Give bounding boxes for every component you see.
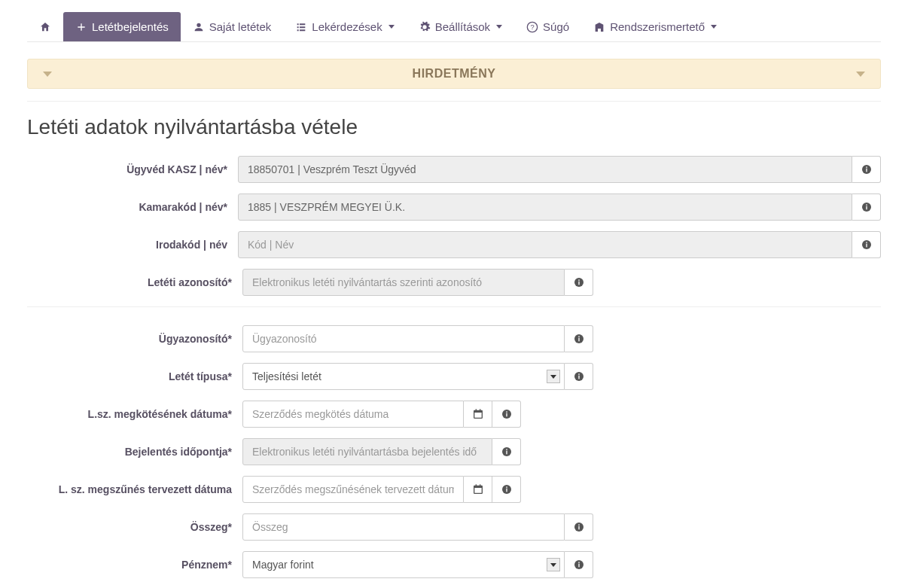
svg-rect-25 [506, 413, 507, 417]
svg-rect-35 [506, 489, 507, 492]
svg-rect-31 [474, 486, 482, 488]
label-leteti-azonosito: Letéti azonosító* [27, 276, 242, 288]
label-lsz-megszunes: L. sz. megszűnés tervezett dátuma [27, 483, 242, 495]
svg-rect-41 [578, 564, 579, 568]
label-bejelentes-ido: Bejelentés időpontja* [27, 446, 242, 458]
label-irodakod: Irodakód | név [27, 239, 238, 251]
info-icon [573, 333, 585, 345]
svg-text:?: ? [530, 23, 534, 31]
help-icon: ? [526, 21, 538, 33]
nav-lekerdesek[interactable]: Lekérdezések [283, 12, 406, 41]
gear-icon [419, 21, 431, 33]
svg-rect-28 [506, 451, 507, 455]
svg-point-26 [506, 411, 507, 413]
lsz-megszunes-input[interactable] [242, 476, 464, 503]
main-nav: Letétbejelentés Saját letétek Lekérdezés… [27, 0, 881, 42]
nav-label: Beállítások [435, 20, 490, 33]
svg-rect-38 [578, 526, 579, 530]
info-icon [501, 408, 513, 420]
calendar-button[interactable] [464, 476, 492, 503]
caret-down-icon [711, 25, 717, 29]
calendar-icon [472, 408, 484, 420]
info-icon [573, 521, 585, 533]
label-osszeg: Összeg* [27, 521, 242, 533]
svg-rect-21 [474, 410, 482, 413]
info-icon [861, 201, 873, 213]
info-icon [501, 446, 513, 458]
svg-rect-6 [866, 206, 867, 210]
form: Ügyvéd KASZ | név* Kamarakód | név* Irod… [27, 156, 881, 578]
nav-letetbejelentes[interactable]: Letétbejelentés [63, 12, 181, 41]
svg-rect-3 [866, 169, 867, 172]
nav-label: Letétbejelentés [92, 20, 169, 33]
label-kamarakod: Kamarakód | név* [27, 201, 238, 213]
calendar-button[interactable] [464, 401, 492, 428]
nav-label: Saját letétek [209, 20, 272, 33]
notice-title: HIRDETMÉNY [52, 67, 856, 81]
info-button[interactable] [565, 363, 593, 390]
home-icon [39, 21, 51, 33]
lsz-megkotes-input[interactable] [242, 401, 464, 428]
info-icon [573, 276, 585, 288]
nav-sajat-letetek[interactable]: Saját letétek [181, 12, 284, 41]
info-button[interactable] [852, 231, 881, 258]
plus-icon [75, 21, 87, 33]
svg-point-29 [506, 449, 507, 450]
info-button[interactable] [492, 476, 521, 503]
info-button[interactable] [565, 551, 593, 578]
page-title: Letéti adatok nyilvántartásba vétele [27, 115, 881, 139]
svg-point-19 [578, 373, 580, 375]
info-button[interactable] [492, 401, 521, 428]
info-button[interactable] [565, 513, 593, 541]
svg-rect-22 [475, 409, 476, 411]
label-ugyved-kasz: Ügyvéd KASZ | név* [27, 163, 238, 175]
nav-beallitasok[interactable]: Beállítások [407, 12, 514, 41]
caret-down-icon [496, 25, 502, 29]
svg-point-10 [866, 242, 867, 243]
svg-rect-33 [480, 484, 480, 486]
calendar-icon [472, 483, 484, 495]
divider [27, 306, 881, 307]
nav-label: Rendszerismertető [610, 20, 705, 33]
label-lsz-megkotes: L.sz. megkötésének dátuma* [27, 408, 242, 420]
svg-rect-32 [475, 484, 476, 486]
info-button[interactable] [565, 269, 593, 296]
svg-point-13 [578, 279, 580, 281]
svg-point-4 [866, 166, 867, 168]
letet-tipusa-select[interactable]: Teljesítési letét [242, 363, 565, 390]
nav-sugo[interactable]: ? Súgó [514, 12, 581, 41]
info-icon [501, 483, 513, 495]
user-icon [193, 21, 205, 33]
nav-home[interactable] [27, 12, 63, 41]
svg-point-42 [578, 562, 580, 563]
svg-point-16 [578, 336, 580, 337]
osszeg-input[interactable] [242, 513, 565, 541]
nav-rendszerismerteto[interactable]: Rendszerismertető [581, 12, 729, 41]
ugyazonosito-input[interactable] [242, 325, 565, 352]
label-penznem: Pénznem* [27, 559, 242, 571]
label-ugyazonosito: Ügyazonosító* [27, 333, 242, 345]
chevron-down-icon [43, 72, 52, 77]
leteti-azonosito-input [242, 269, 565, 296]
info-icon [861, 163, 873, 175]
info-button[interactable] [852, 193, 881, 221]
caret-down-icon [388, 25, 395, 29]
notice-bar[interactable]: HIRDETMÉNY [27, 59, 881, 89]
info-button[interactable] [852, 156, 881, 183]
info-icon [861, 239, 873, 251]
svg-rect-23 [480, 409, 480, 411]
bejelentes-ido-input [242, 438, 492, 465]
svg-rect-18 [578, 376, 579, 379]
svg-rect-9 [866, 244, 867, 248]
svg-point-7 [866, 204, 867, 206]
info-button[interactable] [492, 438, 521, 465]
svg-point-39 [578, 524, 580, 526]
nav-label: Lekérdezések [312, 20, 382, 33]
divider [27, 101, 881, 102]
list-icon [295, 21, 307, 33]
nav-label: Súgó [543, 20, 569, 33]
info-button[interactable] [565, 325, 593, 352]
penznem-select[interactable]: Magyar forint [242, 551, 565, 578]
building-icon [593, 21, 605, 33]
kamarakod-input [238, 193, 852, 221]
